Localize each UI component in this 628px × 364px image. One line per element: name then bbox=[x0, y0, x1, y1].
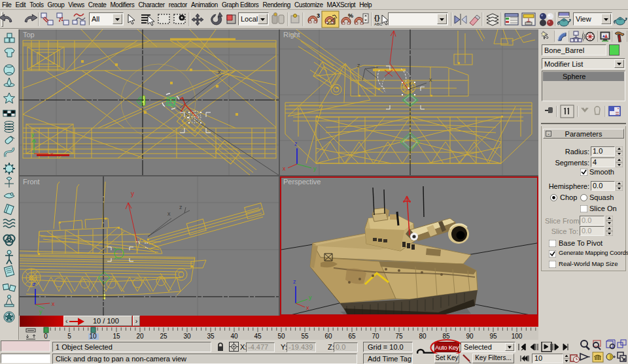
svg-text:65: 65 bbox=[348, 333, 356, 340]
svg-text:70: 70 bbox=[372, 333, 379, 340]
svg-text:x: x bbox=[429, 76, 432, 83]
svg-text:55: 55 bbox=[301, 333, 309, 340]
svg-text:z: z bbox=[294, 141, 298, 147]
svg-text:0: 0 bbox=[44, 333, 48, 340]
svg-text:y: y bbox=[131, 190, 134, 197]
svg-text:z: z bbox=[293, 278, 296, 285]
svg-text:y: y bbox=[31, 131, 35, 138]
svg-text:z: z bbox=[357, 62, 360, 69]
svg-text:15: 15 bbox=[113, 333, 120, 340]
svg-text:50: 50 bbox=[277, 333, 285, 340]
svg-text:100: 100 bbox=[512, 333, 523, 340]
svg-text:25: 25 bbox=[160, 333, 167, 340]
svg-text:ABC: ABC bbox=[374, 22, 383, 26]
svg-text:35: 35 bbox=[207, 333, 215, 340]
svg-text:75: 75 bbox=[395, 333, 403, 340]
svg-text:45: 45 bbox=[254, 333, 262, 340]
svg-text:y: y bbox=[309, 294, 312, 301]
svg-text:x: x bbox=[306, 305, 309, 311]
svg-text:%: % bbox=[348, 12, 353, 19]
svg-text:30: 30 bbox=[183, 333, 191, 340]
svg-text:y: y bbox=[39, 308, 43, 315]
svg-text:x: x bbox=[283, 165, 286, 172]
svg-text:3: 3 bbox=[317, 12, 320, 19]
svg-text:95: 95 bbox=[489, 333, 497, 340]
svg-text:z: z bbox=[179, 204, 183, 210]
svg-text:z: z bbox=[33, 281, 36, 288]
svg-text:x: x bbox=[167, 210, 171, 217]
svg-text:5: 5 bbox=[67, 333, 71, 340]
svg-text:80: 80 bbox=[419, 333, 427, 340]
svg-text:90: 90 bbox=[466, 333, 474, 340]
svg-text:60: 60 bbox=[324, 333, 332, 340]
svg-text:x: x bbox=[218, 69, 221, 75]
svg-text:x: x bbox=[52, 301, 55, 307]
svg-text:40: 40 bbox=[230, 333, 238, 340]
svg-text:20: 20 bbox=[136, 333, 144, 340]
svg-text:10: 10 bbox=[89, 333, 97, 340]
svg-text:{}: {} bbox=[374, 14, 380, 22]
svg-text:y: y bbox=[313, 165, 317, 172]
